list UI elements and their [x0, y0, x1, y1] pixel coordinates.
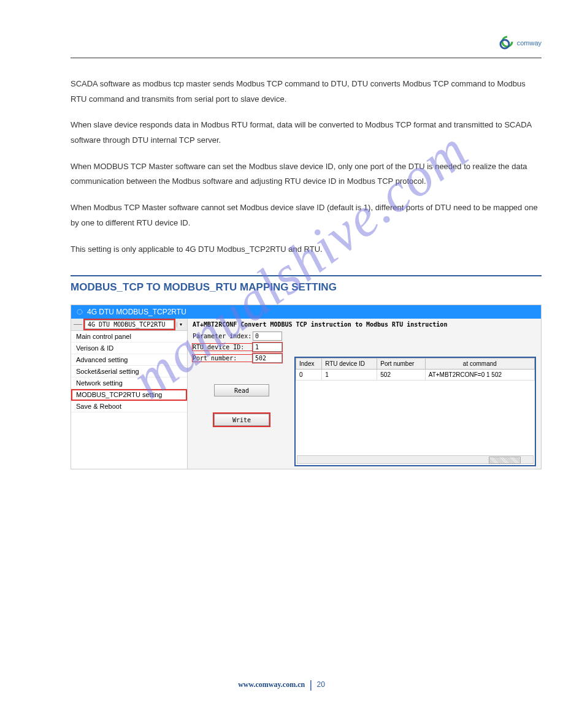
svg-point-0	[500, 40, 509, 48]
section-title: MODBUS_TCP TO MODBUS_RTU MAPPING SETTING	[71, 281, 542, 294]
content: SCADA software as modbus tcp master send…	[71, 77, 542, 469]
col-index: Index	[296, 358, 322, 370]
page-number: 20	[317, 680, 325, 689]
logo: comway	[499, 36, 542, 50]
sidebar: 4G DTU MODBUS_TCP2RTU ▾ Main control pan…	[71, 319, 188, 469]
rtu-id-input[interactable]	[253, 343, 282, 352]
form-row-param-index: Parameter index:	[193, 332, 291, 341]
form-panel: AT+MBT2RCONF Convert MODBUS TCP instruct…	[193, 321, 291, 466]
sidebar-item-advanced[interactable]: Advanced setting	[71, 354, 187, 366]
read-button[interactable]: Read	[214, 384, 269, 396]
cell-rtu-id: 1	[322, 370, 377, 381]
table-row[interactable]: 0 1 502 AT+MBT2RCONF=0 1 502	[296, 370, 535, 381]
button-block: Read Write	[193, 384, 291, 426]
mapping-table-panel: Index RTU device ID Port number at comma…	[294, 357, 536, 466]
form-row-rtu-id: RTU device ID:	[193, 343, 291, 352]
logo-icon	[499, 36, 516, 50]
cell-command: AT+MBT2RCONF=0 1 502	[425, 370, 534, 381]
cell-port: 502	[377, 370, 425, 381]
app-icon	[76, 308, 83, 316]
param-index-label: Parameter index:	[193, 333, 253, 339]
sidebar-item-socket[interactable]: Socket&serial setting	[71, 366, 187, 377]
paragraph: SCADA software as modbus tcp master send…	[71, 77, 542, 107]
port-label: Port number:	[193, 355, 253, 362]
cell-index: 0	[296, 370, 322, 381]
mode-dropdown[interactable]: 4G DTU MODBUS_TCP2RTU	[85, 320, 174, 329]
port-input[interactable]	[253, 354, 282, 363]
line-icon	[74, 324, 82, 325]
table-header-row: Index RTU device ID Port number at comma…	[296, 358, 535, 370]
sidebar-item-save[interactable]: Save & Reboot	[71, 401, 187, 412]
col-command: at command	[425, 358, 534, 370]
paragraph: When slave device responds data in Modbu…	[71, 118, 542, 148]
footer: www.comway.com.cn | 20	[0, 678, 563, 691]
paragraph: When MODBUS TCP Master software can set …	[71, 159, 542, 189]
logo-text: comway	[517, 39, 542, 47]
page-header: comway	[71, 37, 542, 58]
footer-separator: |	[309, 678, 312, 691]
titlebar: 4G DTU MODBUS_TCP2RTU	[71, 305, 541, 319]
mapping-table: Index RTU device ID Port number at comma…	[296, 358, 535, 381]
col-rtu-id: RTU device ID	[322, 358, 377, 370]
dropdown-value: 4G DTU MODBUS_TCP2RTU	[88, 321, 165, 328]
footer-url[interactable]: www.comway.com.cn	[238, 680, 305, 689]
col-port: Port number	[377, 358, 425, 370]
sidebar-item-modbus[interactable]: MODBUS_TCP2RTU setting	[71, 389, 187, 401]
sidebar-item-main[interactable]: Main control panel	[71, 331, 187, 343]
window-title: 4G DTU MODBUS_TCP2RTU	[87, 308, 186, 316]
app-body: 4G DTU MODBUS_TCP2RTU ▾ Main control pan…	[71, 319, 541, 469]
param-index-input[interactable]	[253, 332, 282, 341]
sidebar-item-network[interactable]: Network setting	[71, 377, 187, 389]
app-window: 4G DTU MODBUS_TCP2RTU 4G DTU MODBUS_TCP2…	[71, 305, 542, 469]
form-row-port: Port number:	[193, 354, 291, 363]
chevron-down-icon[interactable]: ▾	[177, 322, 185, 327]
svg-point-1	[77, 309, 82, 314]
dropdown-row: 4G DTU MODBUS_TCP2RTU ▾	[71, 319, 187, 331]
sidebar-item-version[interactable]: Verison & ID	[71, 343, 187, 354]
paragraph: This setting is only applicable to 4G DT…	[71, 242, 542, 257]
horizontal-scrollbar[interactable]	[297, 455, 534, 464]
write-button[interactable]: Write	[214, 414, 269, 426]
paragraph: When Modbus TCP Master software cannot s…	[71, 200, 542, 230]
section-divider	[71, 275, 542, 276]
rtu-id-label: RTU device ID:	[193, 344, 253, 351]
main-panel: AT+MBT2RCONF Convert MODBUS TCP instruct…	[188, 319, 541, 469]
panel-title: AT+MBT2RCONF Convert MODBUS TCP instruct…	[193, 321, 450, 328]
